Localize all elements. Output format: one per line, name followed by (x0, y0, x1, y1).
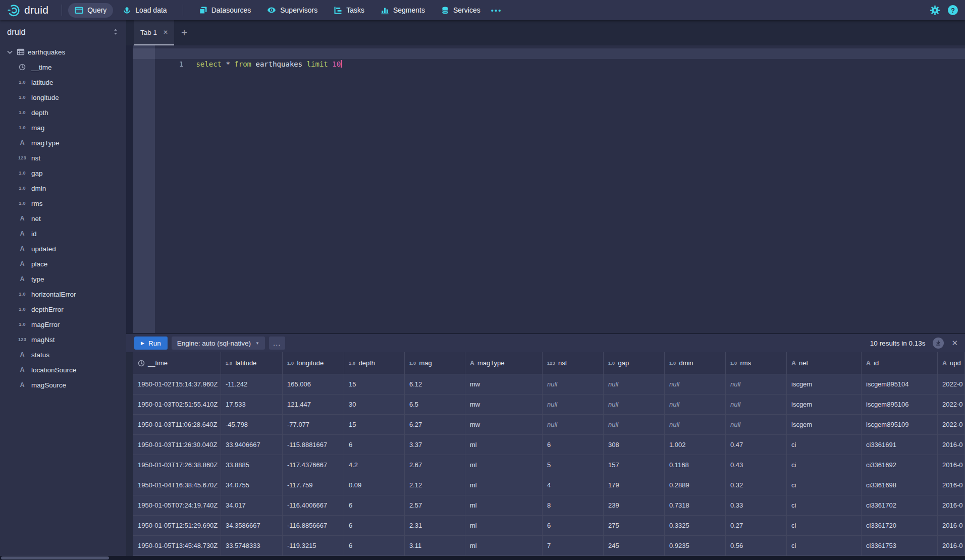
double-caret-vertical-icon[interactable] (112, 28, 119, 35)
cell[interactable]: 2.67 (405, 455, 465, 475)
cell[interactable]: 0.27 (726, 516, 787, 535)
column-item-dmin[interactable]: 1.0dmin (0, 181, 126, 196)
cell[interactable]: null (665, 395, 726, 414)
cell[interactable]: 179 (604, 475, 665, 495)
cell[interactable]: 6 (344, 495, 405, 515)
cell[interactable]: mw (465, 374, 543, 394)
cell[interactable]: ci3361698 (862, 475, 938, 495)
cell[interactable]: 3.11 (405, 536, 465, 555)
cell[interactable]: 275 (604, 516, 665, 535)
nav-item-query[interactable]: Query (68, 3, 113, 18)
cell[interactable]: iscgem895104 (862, 374, 938, 394)
cell[interactable]: -117.4376667 (283, 455, 344, 475)
cell[interactable]: 0.47 (726, 435, 787, 455)
tab-tab-1[interactable]: Tab 1 ✕ (134, 20, 174, 45)
cell[interactable]: null (665, 415, 726, 434)
cell[interactable]: 0.32 (726, 475, 787, 495)
cell[interactable]: 0.7318 (665, 495, 726, 515)
download-icon[interactable] (933, 338, 944, 349)
cell[interactable]: 6 (543, 435, 604, 455)
nav-item-tasks[interactable]: Tasks (327, 3, 371, 18)
engine-select-button[interactable]: Engine: auto (sql-native) ▼ (172, 337, 265, 350)
cell[interactable]: 3.37 (405, 435, 465, 455)
scrollbar-thumb[interactable] (1, 556, 109, 559)
column-item-magerror[interactable]: 1.0magError (0, 317, 126, 332)
cell[interactable]: 33.9406667 (221, 435, 283, 455)
cell[interactable]: 2.31 (405, 516, 465, 535)
column-item-locationsource[interactable]: AlocationSource (0, 362, 126, 377)
cell[interactable]: 165.006 (283, 374, 344, 394)
column-item-updated[interactable]: Aupdated (0, 241, 126, 256)
cell[interactable]: ci (787, 435, 862, 455)
column-header-dmin[interactable]: 1.0dmin (665, 352, 726, 374)
cell[interactable]: 0.9235 (665, 536, 726, 555)
column-header-rms[interactable]: 1.0rms (726, 352, 787, 374)
cell[interactable]: 121.447 (283, 395, 344, 414)
cell[interactable]: null (604, 395, 665, 414)
cell[interactable]: -117.759 (283, 475, 344, 495)
cell[interactable]: 6 (344, 536, 405, 555)
cell[interactable]: 2.12 (405, 475, 465, 495)
cell[interactable]: 1.002 (665, 435, 726, 455)
druid-logo[interactable]: druid (7, 4, 48, 17)
column-item-status[interactable]: Astatus (0, 347, 126, 362)
query-more-button[interactable]: ... (269, 337, 285, 350)
cell[interactable]: 5 (543, 455, 604, 475)
cell[interactable]: ci (787, 475, 862, 495)
cell[interactable]: 2016-0 (938, 536, 965, 555)
cell[interactable]: 7 (543, 536, 604, 555)
cell[interactable]: null (726, 415, 787, 434)
cell[interactable]: 1950-01-04T16:38:45.670Z (133, 475, 221, 495)
cell[interactable]: ci3361691 (862, 435, 938, 455)
cell[interactable]: null (726, 395, 787, 414)
cell[interactable]: iscgem (787, 415, 862, 434)
cell[interactable]: ml (465, 435, 543, 455)
cell[interactable]: 2016-0 (938, 455, 965, 475)
cell[interactable]: 157 (604, 455, 665, 475)
help-icon[interactable]: ? (948, 5, 958, 15)
cell[interactable]: 0.43 (726, 455, 787, 475)
column-item-nst[interactable]: 123nst (0, 150, 126, 165)
cell[interactable]: ci3361692 (862, 455, 938, 475)
column-item-place[interactable]: Aplace (0, 256, 126, 271)
cell[interactable]: 0.3325 (665, 516, 726, 535)
cell[interactable]: 2022-0 (938, 415, 965, 434)
cell[interactable]: ml (465, 536, 543, 555)
cell[interactable]: mw (465, 395, 543, 414)
column-item-gap[interactable]: 1.0gap (0, 165, 126, 181)
chevron-down-icon[interactable] (6, 48, 14, 56)
column-item-latitude[interactable]: 1.0latitude (0, 75, 126, 90)
run-button[interactable]: ▶ Run (134, 337, 168, 350)
code-line-1[interactable]: 1select * from earthquakes limit 10 (133, 48, 965, 59)
cell[interactable]: 15 (344, 374, 405, 394)
column-header-depth[interactable]: 1.0depth (344, 352, 405, 374)
cell[interactable]: 6.12 (405, 374, 465, 394)
cell[interactable]: null (665, 374, 726, 394)
cell[interactable]: 2022-0 (938, 374, 965, 394)
cell[interactable]: ml (465, 516, 543, 535)
cell[interactable]: null (726, 374, 787, 394)
cell[interactable]: ci3361720 (862, 516, 938, 535)
cell[interactable]: 4 (543, 475, 604, 495)
cell[interactable]: 245 (604, 536, 665, 555)
column-item-type[interactable]: Atype (0, 271, 126, 287)
cell[interactable]: 1950-01-05T12:51:29.690Z (133, 516, 221, 535)
cell[interactable]: ml (465, 455, 543, 475)
cell[interactable]: -11.242 (221, 374, 283, 394)
cell[interactable]: 1950-01-03T11:26:30.040Z (133, 435, 221, 455)
cell[interactable]: 34.3586667 (221, 516, 283, 535)
cell[interactable]: 6 (344, 516, 405, 535)
column-item-magsource[interactable]: AmagSource (0, 377, 126, 393)
column-item-rms[interactable]: 1.0rms (0, 196, 126, 211)
column-item-depth[interactable]: 1.0depth (0, 105, 126, 120)
sql-editor[interactable]: 1select * from earthquakes limit 10 (126, 45, 965, 333)
column-header-net[interactable]: Anet (787, 352, 862, 374)
cell[interactable]: 2016-0 (938, 495, 965, 515)
cell[interactable]: 4.2 (344, 455, 405, 475)
cell[interactable]: 8 (543, 495, 604, 515)
column-item-mag[interactable]: 1.0mag (0, 120, 126, 135)
column-item-longitude[interactable]: 1.0longitude (0, 90, 126, 105)
cell[interactable]: 239 (604, 495, 665, 515)
schema-selector[interactable]: druid (0, 20, 126, 43)
cell[interactable]: 0.1168 (665, 455, 726, 475)
